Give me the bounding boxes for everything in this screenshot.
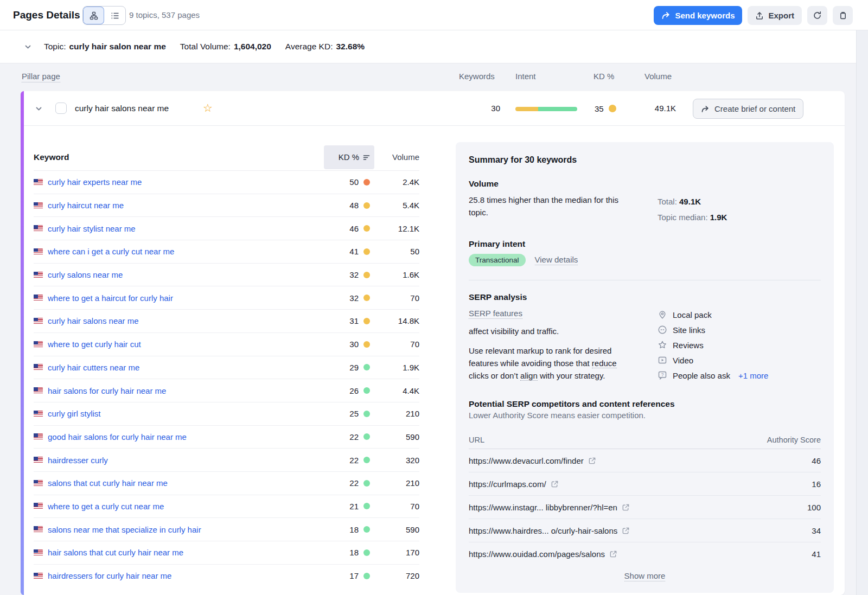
keyword-row: curly salons near me 32 1.6K	[34, 263, 419, 286]
keyword-volume: 1.9K	[374, 363, 419, 372]
keyword-volume: 720	[374, 571, 419, 580]
authority-score-column-header: Authority Score	[750, 436, 821, 444]
external-link-icon[interactable]	[551, 480, 559, 488]
serp-feature-item: Reviews	[658, 337, 821, 353]
competitor-url: https://www.hairdres... o/curly-hair-sal…	[469, 526, 617, 535]
keyword-link[interactable]: curly girl stylist	[48, 409, 324, 418]
keyword-row: curly hair cutters near me 29 1.9K	[34, 356, 419, 379]
keyword-kd-value: 17	[349, 571, 359, 580]
keyword-header: Keyword	[34, 152, 324, 162]
keyword-link[interactable]: curly salons near me	[48, 270, 324, 279]
pillar-page-column-header[interactable]: Pillar page	[22, 72, 60, 82]
keyword-link[interactable]: curly hair stylist near me	[48, 224, 324, 233]
keywords-column-header: Keywords	[459, 72, 495, 81]
appbar-actions: Send keywords Export	[654, 6, 853, 25]
keyword-link[interactable]: where can i get a curly cut near me	[48, 247, 324, 256]
competitor-url: https://www.instagr... libbybrenner/?hl=…	[469, 503, 617, 512]
keyword-volume: 70	[374, 293, 419, 303]
competitor-authority-score: 100	[750, 503, 821, 512]
primary-intent-heading: Primary intent	[469, 239, 821, 249]
pillar-collapse-chevron-icon[interactable]	[35, 105, 43, 113]
keyword-link[interactable]: curly hair experts near me	[48, 177, 324, 187]
competitors-table-header: URL Authority Score	[469, 431, 821, 449]
delete-button[interactable]	[833, 6, 853, 25]
align-link[interactable]: align	[520, 371, 538, 381]
kd-level-dot	[363, 318, 370, 324]
keyword-link[interactable]: salons that cut curly hair near me	[48, 478, 324, 488]
serp-feature-label: People also ask	[673, 371, 730, 380]
kd-sort-header[interactable]: KD %	[324, 145, 374, 169]
keyword-row: where can i get a curly cut near me 41 5…	[34, 240, 419, 263]
intent-segment	[538, 107, 577, 111]
reduce-link[interactable]: reduce	[592, 359, 617, 368]
app-bar: Pages Details 9 topics, 537 pages	[0, 0, 868, 30]
keyword-link[interactable]: where to get a haircut for curly hair	[48, 293, 324, 303]
page-title: Pages Details	[13, 0, 80, 30]
us-flag-icon	[34, 318, 43, 324]
topic-collapse-chevron-icon[interactable]	[24, 43, 32, 51]
serp-feature-item: Site links	[658, 322, 821, 337]
external-link-icon[interactable]	[622, 527, 630, 535]
competitor-authority-score: 41	[750, 549, 821, 559]
competitor-authority-score: 34	[750, 526, 821, 535]
external-link-icon[interactable]	[622, 503, 630, 511]
keyword-row: where to get a curly cut near me 21 70	[34, 495, 419, 518]
keyword-link[interactable]: curly hair salons near me	[48, 316, 324, 325]
reviews-icon	[658, 340, 667, 350]
external-link-icon[interactable]	[588, 457, 596, 465]
kd-level-dot	[363, 433, 370, 440]
keyword-table-body: curly hair experts near me 50 2.4K curly…	[34, 170, 419, 587]
more-features-link[interactable]: +1 more	[738, 371, 768, 380]
serp-feature-item: Local pack	[658, 307, 821, 322]
pillar-checkbox[interactable]	[55, 103, 67, 114]
keyword-link[interactable]: where to get a curly cut near me	[48, 502, 324, 511]
kd-level-dot	[363, 387, 370, 394]
competitor-authority-score: 46	[750, 456, 821, 465]
us-flag-icon	[34, 526, 43, 533]
summary-panel: Summary for 30 keywords Volume 25.8 time…	[456, 142, 834, 593]
keyword-row: hair salons that cut curly hair near me …	[34, 541, 419, 564]
keyword-link[interactable]: hairdresser curly	[48, 456, 324, 465]
us-flag-icon	[34, 573, 43, 579]
keyword-table-header: Keyword KD % Volume	[34, 144, 419, 170]
pillar-page-name[interactable]: curly hair salons near me	[75, 91, 169, 126]
kd-level-dot	[363, 295, 370, 301]
keyword-kd-value: 21	[349, 502, 359, 511]
us-flag-icon	[34, 295, 43, 301]
kd-level-dot	[363, 179, 370, 185]
tree-view-toggle[interactable]	[83, 7, 104, 24]
scroll-gutter[interactable]	[856, 30, 868, 595]
list-view-toggle[interactable]	[104, 7, 125, 24]
export-button[interactable]: Export	[748, 6, 802, 25]
keyword-table: Keyword KD % Volume curly hair experts n…	[34, 144, 419, 587]
keyword-link[interactable]: hairdressers for curly hair near me	[48, 571, 324, 580]
us-flag-icon	[34, 225, 43, 232]
keyword-link[interactable]: good hair salons for curly hair near me	[48, 432, 324, 442]
view-toggle	[82, 6, 126, 25]
keyword-row: salons near me that specialize in curly …	[34, 517, 419, 541]
create-brief-button[interactable]: Create brief or content	[693, 99, 803, 119]
keyword-link[interactable]: hair salons that cut curly hair near me	[48, 548, 324, 557]
favorite-star-icon[interactable]: ☆	[203, 91, 213, 125]
kd-level-dot	[363, 411, 370, 417]
view-details-link[interactable]: View details	[535, 255, 578, 265]
refresh-button[interactable]	[807, 6, 827, 25]
keyword-link[interactable]: curly haircut near me	[48, 201, 324, 210]
keyword-link[interactable]: where to get curly hair cut	[48, 340, 324, 349]
us-flag-icon	[34, 411, 43, 417]
keyword-row: hairdresser curly 22 320	[34, 448, 419, 471]
keyword-link[interactable]: curly hair cutters near me	[48, 363, 324, 372]
keyword-link[interactable]: hair salons for curly hair near me	[48, 386, 324, 395]
show-more-link[interactable]: Show more	[624, 571, 666, 581]
us-flag-icon	[34, 549, 43, 556]
us-flag-icon	[34, 503, 43, 509]
keyword-link[interactable]: salons near me that specialize in curly …	[48, 525, 324, 534]
keyword-kd-value: 25	[349, 409, 359, 418]
volume-header: Volume	[374, 152, 419, 162]
serp-features-link[interactable]: SERP features	[469, 309, 522, 319]
keyword-row: hair salons for curly hair near me 26 4.…	[34, 379, 419, 402]
send-keywords-button[interactable]: Send keywords	[654, 6, 742, 25]
competitor-row: https://www.devacurl.com/finder 46	[469, 449, 821, 472]
export-label: Export	[768, 11, 794, 20]
external-link-icon[interactable]	[609, 550, 617, 558]
